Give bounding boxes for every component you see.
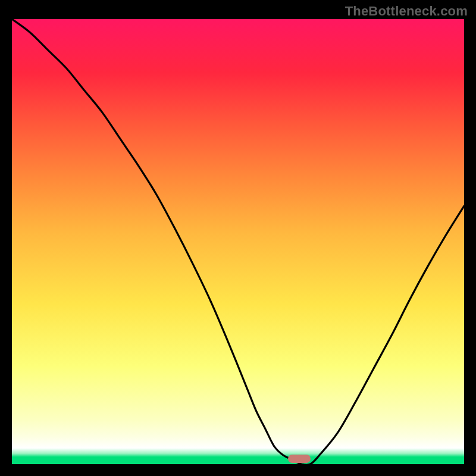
optimal-zone-marker (288, 455, 311, 463)
bottleneck-curve-path (12, 19, 464, 464)
watermark-text: TheBottleneck.com (345, 4, 468, 19)
plot-area (12, 19, 464, 464)
chart-frame: TheBottleneck.com (0, 0, 476, 476)
curve-overlay (12, 19, 464, 464)
